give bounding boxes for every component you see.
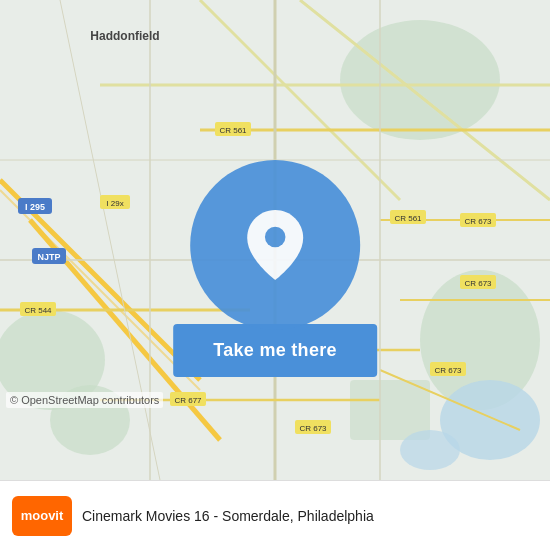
svg-text:CR 673: CR 673 xyxy=(434,366,462,375)
svg-text:CR 561: CR 561 xyxy=(219,126,247,135)
svg-text:CR 673: CR 673 xyxy=(464,217,492,226)
svg-text:CR 544: CR 544 xyxy=(24,306,52,315)
location-label: Cinemark Movies 16 - Somerdale, Philadel… xyxy=(82,508,538,524)
info-bar: moovit Cinemark Movies 16 - Somerdale, P… xyxy=(0,480,550,550)
svg-text:CR 673: CR 673 xyxy=(464,279,492,288)
location-pin-icon xyxy=(240,210,310,280)
take-me-there-button[interactable]: Take me there xyxy=(173,324,377,377)
svg-text:CR 561: CR 561 xyxy=(394,214,422,223)
svg-point-7 xyxy=(400,430,460,470)
moovit-logo: moovit xyxy=(12,496,72,536)
map-container: I 295 NJTP I 29x CR 561 CR 561 CR 544 CR… xyxy=(0,0,550,480)
svg-text:CR 673: CR 673 xyxy=(299,424,327,433)
svg-rect-5 xyxy=(350,380,430,440)
svg-text:NJTP: NJTP xyxy=(37,252,60,262)
svg-point-1 xyxy=(340,20,500,140)
svg-text:I 295: I 295 xyxy=(25,202,45,212)
svg-point-52 xyxy=(265,227,286,248)
map-pin-circle xyxy=(190,160,360,330)
svg-text:Haddonfield: Haddonfield xyxy=(90,29,159,43)
svg-text:CR 677: CR 677 xyxy=(174,396,202,405)
osm-credit: © OpenStreetMap contributors xyxy=(6,392,163,408)
cta-overlay: Take me there xyxy=(173,160,377,377)
svg-text:I 29x: I 29x xyxy=(106,199,123,208)
